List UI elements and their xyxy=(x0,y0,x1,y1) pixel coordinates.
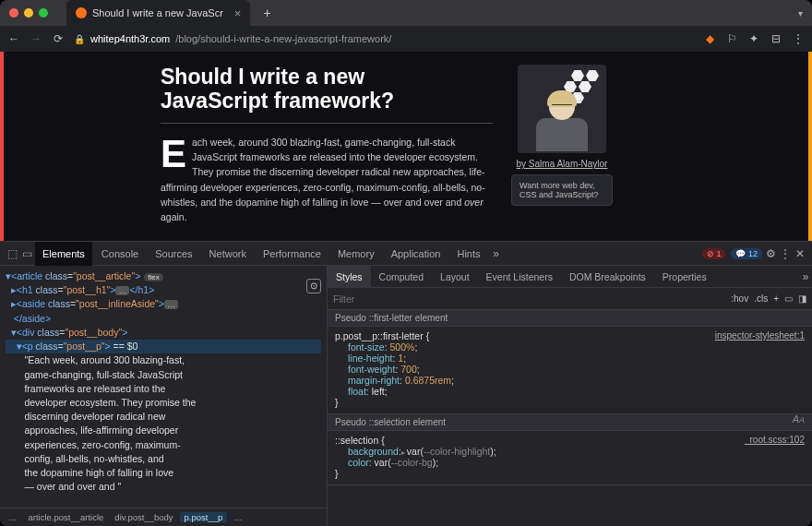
tab-elements[interactable]: Elements xyxy=(35,242,92,266)
flex-icon[interactable]: ▭ xyxy=(784,293,793,304)
tab-title: Should I write a new JavaScr xyxy=(92,7,223,18)
tab-application[interactable]: Application xyxy=(384,242,448,266)
css-rule-first-letter[interactable]: inspector-stylesheet:1 p.post__p::first-… xyxy=(328,327,812,414)
styles-tab-styles[interactable]: Styles xyxy=(328,266,371,288)
pseudo-section-selection: Pseudo ::selection element xyxy=(328,414,812,431)
devtools: ⬚ ▭ Elements Console Sources Network Per… xyxy=(0,241,812,526)
lock-icon: 🔒 xyxy=(74,34,85,44)
article-paragraph: Each week, around 300 blazing-fast, game… xyxy=(161,135,493,225)
rule-source[interactable]: inspector-stylesheet:1 xyxy=(715,330,805,341)
favicon-icon xyxy=(76,7,87,18)
url-bar: ← → ⟳ 🔒 whitep4nth3r.com/blog/should-i-w… xyxy=(0,26,812,52)
styles-tab-layout[interactable]: Layout xyxy=(432,266,478,288)
back-button[interactable]: ← xyxy=(7,32,20,45)
close-window-icon[interactable] xyxy=(9,8,18,18)
dropcap: E xyxy=(161,137,186,171)
styles-tab-props[interactable]: Properties xyxy=(654,266,715,288)
address-field[interactable]: 🔒 whitep4nth3r.com/blog/should-i-write-a… xyxy=(74,33,694,44)
cta-sticky[interactable]: Want more web dev, CSS and JavaScript? xyxy=(511,174,613,206)
accent-right xyxy=(808,52,812,241)
forward-button[interactable]: → xyxy=(30,32,42,45)
styles-tab-computed[interactable]: Computed xyxy=(371,266,432,288)
devtools-tabs: ⬚ ▭ Elements Console Sources Network Per… xyxy=(0,242,812,266)
author-byline[interactable]: by Salma Alam-Naylor xyxy=(517,159,608,169)
styles-panel: Styles Computed Layout Event Listeners D… xyxy=(328,266,812,526)
kebab-icon[interactable]: ⋮ xyxy=(779,247,792,260)
minimize-window-icon[interactable] xyxy=(24,8,33,18)
rule-source-2[interactable]: _root.scss:102 xyxy=(745,435,805,445)
styles-more-icon[interactable]: » xyxy=(799,270,812,283)
browser-window: Should I write a new JavaScr × + ▾ ← → ⟳… xyxy=(0,0,812,526)
add-rule-icon[interactable]: + xyxy=(773,293,779,304)
menu-icon[interactable]: ⋮ xyxy=(792,32,805,45)
dom-tree: ⊙ ▾<article class="post__article">flex ▸… xyxy=(0,266,327,508)
hov-toggle[interactable]: :hov xyxy=(731,293,748,304)
tab-console[interactable]: Console xyxy=(94,242,146,266)
filter-input[interactable] xyxy=(333,293,725,305)
a11y-icon[interactable]: ⊙ xyxy=(306,279,321,293)
browser-tab[interactable]: Should I write a new JavaScr × xyxy=(66,0,250,26)
close-tab-icon[interactable]: × xyxy=(234,6,242,20)
tab-performance[interactable]: Performance xyxy=(256,242,328,266)
tab-hints[interactable]: Hints xyxy=(449,242,487,266)
inspect-icon[interactable]: ⬚ xyxy=(6,247,18,260)
url-path: /blog/should-i-write-a-new-javascript-fr… xyxy=(175,33,391,44)
breadcrumb[interactable]: … article.post__article div.post__body p… xyxy=(0,508,327,526)
error-badge[interactable]: ⊘ 1 xyxy=(702,248,726,259)
title-rule xyxy=(161,123,493,124)
author-aside: by Salma Alam-Naylor Want more web dev, … xyxy=(508,65,616,241)
article: Should I write a newJavaScript framework… xyxy=(161,65,493,241)
tab-network[interactable]: Network xyxy=(202,242,254,266)
url-host: whitep4nth3r.com xyxy=(90,33,170,44)
dom-text-node: "Each week, around 300 blazing-fast, gam… xyxy=(6,353,321,494)
sidebar-icon[interactable]: ◨ xyxy=(798,293,806,304)
tabs-more-icon[interactable]: » xyxy=(490,247,503,260)
page-viewport: Should I write a newJavaScript framework… xyxy=(0,52,812,241)
tab-memory[interactable]: Memory xyxy=(330,242,382,266)
dom-panel[interactable]: ⊙ ▾<article class="post__article">flex ▸… xyxy=(0,266,328,526)
cls-toggle[interactable]: .cls xyxy=(754,293,768,304)
styles-tabs: Styles Computed Layout Event Listeners D… xyxy=(328,266,812,288)
tabs-overflow-icon[interactable]: ▾ xyxy=(798,8,803,18)
font-preview-icon[interactable]: AA xyxy=(793,413,805,424)
bookmark-icon[interactable]: ⚐ xyxy=(725,32,738,45)
profile-icon[interactable]: ⊟ xyxy=(770,32,782,45)
pseudo-section-first-letter: Pseudo ::first-letter element xyxy=(328,310,812,327)
new-tab-button[interactable]: + xyxy=(263,6,270,20)
css-rule-selection[interactable]: _root.scss:102 ::selection { background:… xyxy=(328,431,812,485)
reload-button[interactable]: ⟳ xyxy=(52,32,65,45)
styles-tab-dom-bp[interactable]: DOM Breakpoints xyxy=(561,266,654,288)
shield-icon[interactable]: ◆ xyxy=(703,32,716,45)
maximize-window-icon[interactable] xyxy=(39,8,48,18)
tab-sources[interactable]: Sources xyxy=(148,242,199,266)
close-devtools-icon[interactable]: ✕ xyxy=(794,247,806,260)
messages-badge[interactable]: 💬 12 xyxy=(731,248,762,259)
extensions-icon[interactable]: ✦ xyxy=(747,32,760,45)
styles-tab-events[interactable]: Event Listeners xyxy=(478,266,561,288)
page-title: Should I write a newJavaScript framework… xyxy=(161,65,493,114)
author-photo xyxy=(518,65,606,153)
settings-icon[interactable]: ⚙ xyxy=(764,247,777,260)
device-icon[interactable]: ▭ xyxy=(20,247,33,260)
styles-filter: :hov .cls + ▭ ◨ xyxy=(328,288,812,310)
window-titlebar: Should I write a new JavaScr × + ▾ xyxy=(0,0,812,26)
